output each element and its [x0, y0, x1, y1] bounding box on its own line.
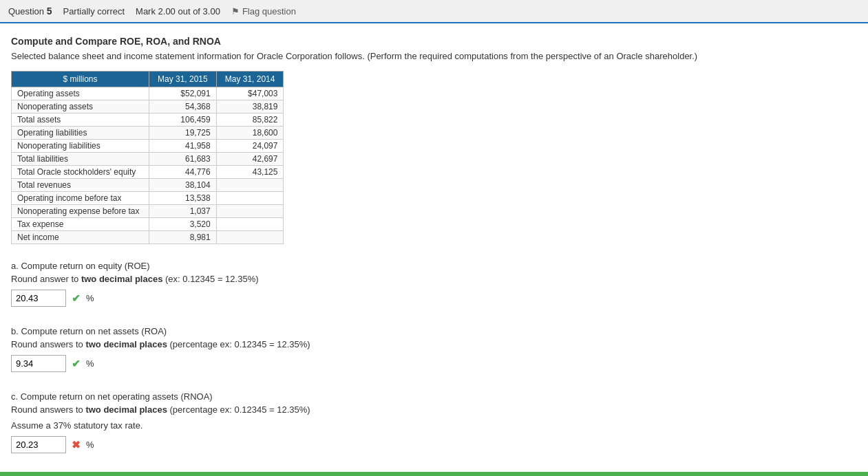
table-cell-value: 61,683 — [149, 153, 217, 166]
table-cell-value: 85,822 — [216, 113, 284, 127]
section-a-input-row: ✔ % — [11, 290, 857, 307]
table-row: Nonoperating assets54,36838,819 — [12, 100, 284, 113]
correct-icon-a: ✔ — [72, 292, 81, 305]
table-row: Nonoperating expense before tax1,037 — [12, 205, 284, 218]
table-row: Operating liabilities19,72518,600 — [12, 127, 284, 140]
table-cell-value: 18,600 — [216, 127, 284, 140]
table-cell-value: 19,725 — [149, 127, 217, 140]
pct-label-b: % — [86, 358, 94, 369]
col-header-label: $ millions — [12, 72, 149, 87]
table-cell-label: Operating liabilities — [12, 127, 149, 140]
tax-note: Assume a 37% statutory tax rate. — [11, 420, 857, 431]
mark-info: Mark 2.00 out of 3.00 — [136, 6, 220, 17]
round-note-suffix-a: (ex: 0.12345 = 12.35%) — [162, 274, 258, 284]
table-cell-label: Net income — [12, 231, 149, 244]
table-cell-label: Total assets — [12, 113, 149, 127]
table-cell-value — [216, 231, 284, 244]
page-title: Compute and Compare ROE, ROA, and RNOA — [11, 36, 857, 47]
table-cell-value: 38,819 — [216, 100, 284, 113]
table-cell-label: Nonoperating assets — [12, 100, 149, 113]
financial-table: $ millions May 31, 2015 May 31, 2014 Ope… — [11, 71, 284, 244]
table-row: Operating income before tax13,538 — [12, 192, 284, 205]
table-cell-label: Total Oracle stockholders' equity — [12, 166, 149, 179]
flag-icon: ⚑ — [231, 6, 240, 17]
table-cell-value: 13,538 — [149, 192, 217, 205]
rnoa-input[interactable] — [11, 436, 66, 453]
table-cell-value: 38,104 — [149, 179, 217, 192]
section-a: a. Compute return on equity (ROE) Round … — [11, 261, 857, 307]
flag-question-button[interactable]: ⚑ Flag question — [231, 6, 296, 17]
round-note-bold-c: two decimal places — [85, 404, 167, 415]
top-bar: Question 5 Partially correct Mark 2.00 o… — [0, 0, 868, 23]
table-cell-value: 1,037 — [149, 205, 217, 218]
section-b-title: b. Compute return on net assets (ROA) — [11, 326, 857, 336]
round-note-suffix-b: (percentage ex: 0.12345 = 12.35%) — [167, 339, 310, 349]
table-cell-label: Nonoperating expense before tax — [12, 205, 149, 218]
table-row: Nonoperating liabilities41,95824,097 — [12, 140, 284, 153]
question-text: Question — [8, 6, 44, 17]
section-b: b. Compute return on net assets (ROA) Ro… — [11, 326, 857, 372]
round-note-bold-b: two decimal places — [85, 339, 167, 349]
table-cell-value — [216, 205, 284, 218]
section-b-round-note: Round answers to two decimal places (per… — [11, 339, 857, 349]
table-cell-value: $47,003 — [216, 87, 284, 100]
round-note-suffix-c: (percentage ex: 0.12345 = 12.35%) — [167, 404, 310, 415]
table-cell-value: 24,097 — [216, 140, 284, 153]
table-cell-value: $52,091 — [149, 87, 217, 100]
table-cell-value: 8,981 — [149, 231, 217, 244]
main-content: Compute and Compare ROE, ROA, and RNOA S… — [0, 23, 868, 476]
section-c: c. Compute return on net operating asset… — [11, 391, 857, 453]
section-a-title: a. Compute return on equity (ROE) — [11, 261, 857, 271]
table-cell-value — [216, 218, 284, 231]
table-cell-value — [216, 179, 284, 192]
table-row: Total assets106,45985,822 — [12, 113, 284, 127]
correct-icon-b: ✔ — [72, 358, 81, 370]
pct-label-a: % — [86, 293, 94, 303]
round-note-prefix-c: Round answers to — [11, 404, 85, 415]
col-header-2014: May 31, 2014 — [216, 72, 284, 87]
question-number: 5 — [47, 6, 52, 17]
table-row: Net income8,981 — [12, 231, 284, 244]
round-note-bold-a: two decimal places — [81, 274, 163, 284]
section-c-input-row: ✖ % — [11, 436, 857, 453]
col-header-2015: May 31, 2015 — [149, 72, 217, 87]
table-cell-value: 41,958 — [149, 140, 217, 153]
section-c-round-note: Round answers to two decimal places (per… — [11, 404, 857, 415]
round-note-prefix-a: Round answer to — [11, 274, 81, 284]
table-cell-label: Total liabilities — [12, 153, 149, 166]
status-badge: Partially correct — [63, 6, 125, 17]
table-cell-label: Operating assets — [12, 87, 149, 100]
table-row: Total Oracle stockholders' equity44,7764… — [12, 166, 284, 179]
table-cell-label: Operating income before tax — [12, 192, 149, 205]
incorrect-icon-c: ✖ — [72, 439, 81, 451]
round-note-prefix-b: Round answers to — [11, 339, 85, 349]
table-row: Total liabilities61,68342,697 — [12, 153, 284, 166]
table-row: Tax expense3,520 — [12, 218, 284, 231]
roa-input[interactable] — [11, 355, 66, 372]
table-cell-value — [216, 192, 284, 205]
table-cell-value: 42,697 — [216, 153, 284, 166]
flag-label: Flag question — [242, 6, 296, 17]
table-cell-label: Tax expense — [12, 218, 149, 231]
table-cell-value: 3,520 — [149, 218, 217, 231]
table-row: Operating assets$52,091$47,003 — [12, 87, 284, 100]
table-cell-value: 106,459 — [149, 113, 217, 127]
pct-label-c: % — [86, 440, 94, 450]
section-b-input-row: ✔ % — [11, 355, 857, 372]
question-label: Question 5 — [8, 6, 52, 17]
table-cell-value: 54,368 — [149, 100, 217, 113]
table-cell-label: Total revenues — [12, 179, 149, 192]
table-cell-value: 44,776 — [149, 166, 217, 179]
roe-input[interactable] — [11, 290, 66, 307]
bottom-progress-bar — [0, 472, 868, 476]
section-a-round-note: Round answer to two decimal places (ex: … — [11, 274, 857, 284]
section-c-title: c. Compute return on net operating asset… — [11, 391, 857, 402]
table-cell-value: 43,125 — [216, 166, 284, 179]
table-cell-label: Nonoperating liabilities — [12, 140, 149, 153]
subtitle-text: Selected balance sheet and income statem… — [11, 51, 857, 61]
table-row: Total revenues38,104 — [12, 179, 284, 192]
